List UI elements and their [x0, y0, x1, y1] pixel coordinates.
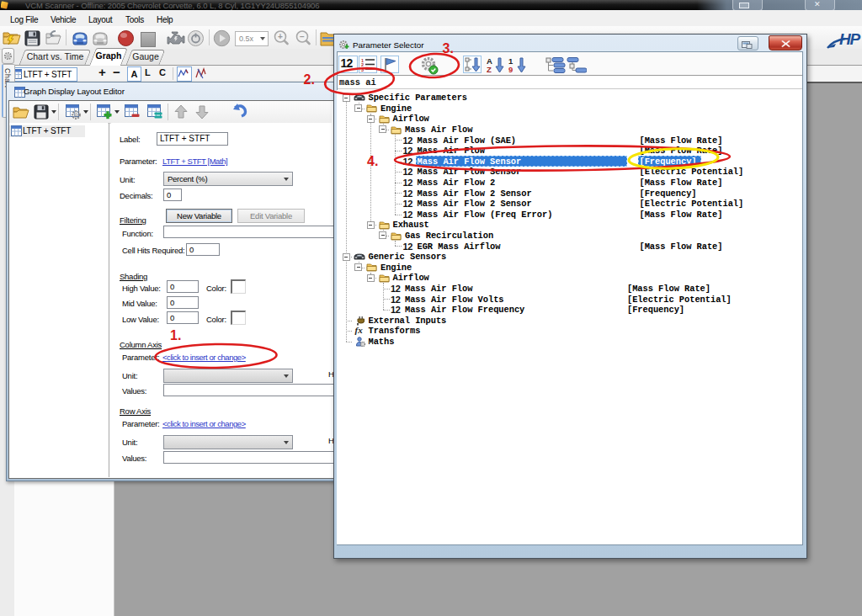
svg-text:2.: 2. — [304, 72, 315, 87]
svg-text:1.: 1. — [170, 328, 181, 343]
svg-text:3.: 3. — [443, 41, 454, 56]
svg-text:4.: 4. — [367, 154, 378, 168]
